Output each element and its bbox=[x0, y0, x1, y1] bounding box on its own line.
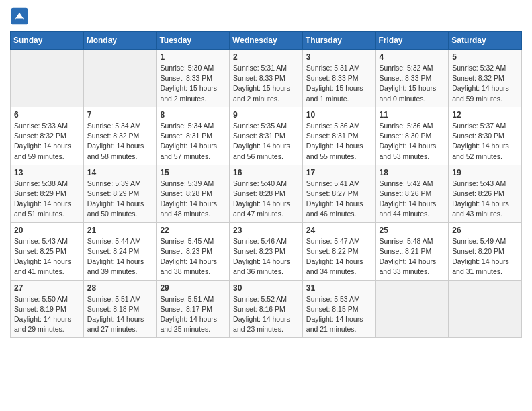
calendar-week-row: 1Sunrise: 5:30 AMSunset: 8:33 PMDaylight… bbox=[11, 50, 522, 107]
calendar-week-row: 13Sunrise: 5:38 AMSunset: 8:29 PMDayligh… bbox=[11, 165, 522, 222]
day-number: 20 bbox=[14, 226, 80, 235]
day-number: 27 bbox=[14, 283, 80, 293]
logo-icon bbox=[10, 7, 29, 26]
day-info: Sunrise: 5:46 AMSunset: 8:23 PMDaylight:… bbox=[233, 236, 299, 277]
day-info: Sunrise: 5:42 AMSunset: 8:26 PMDaylight:… bbox=[380, 179, 445, 220]
day-info: Sunrise: 5:41 AMSunset: 8:27 PMDaylight:… bbox=[306, 179, 372, 220]
day-number: 17 bbox=[306, 168, 372, 177]
calendar-cell bbox=[83, 50, 157, 107]
calendar-cell: 8Sunrise: 5:34 AMSunset: 8:31 PMDaylight… bbox=[157, 107, 230, 165]
day-info: Sunrise: 5:35 AMSunset: 8:31 PMDaylight:… bbox=[233, 121, 299, 162]
calendar-cell bbox=[449, 280, 522, 338]
day-info: Sunrise: 5:36 AMSunset: 8:31 PMDaylight:… bbox=[306, 121, 372, 162]
day-number: 30 bbox=[233, 283, 299, 293]
calendar-cell: 30Sunrise: 5:52 AMSunset: 8:16 PMDayligh… bbox=[230, 280, 303, 338]
day-info: Sunrise: 5:38 AMSunset: 8:29 PMDaylight:… bbox=[14, 179, 80, 220]
day-number: 26 bbox=[452, 226, 518, 235]
day-info: Sunrise: 5:49 AMSunset: 8:20 PMDaylight:… bbox=[452, 236, 518, 277]
day-info: Sunrise: 5:32 AMSunset: 8:32 PMDaylight:… bbox=[452, 63, 518, 104]
calendar-cell: 18Sunrise: 5:42 AMSunset: 8:26 PMDayligh… bbox=[375, 165, 449, 222]
weekday-header-tuesday: Tuesday bbox=[157, 32, 230, 50]
day-number: 24 bbox=[306, 226, 372, 235]
calendar-cell: 14Sunrise: 5:39 AMSunset: 8:29 PMDayligh… bbox=[83, 165, 157, 222]
day-info: Sunrise: 5:47 AMSunset: 8:22 PMDaylight:… bbox=[306, 236, 372, 277]
day-number: 11 bbox=[380, 110, 445, 120]
calendar-cell: 9Sunrise: 5:35 AMSunset: 8:31 PMDaylight… bbox=[230, 107, 303, 165]
calendar-week-row: 27Sunrise: 5:50 AMSunset: 8:19 PMDayligh… bbox=[11, 280, 522, 338]
weekday-header-wednesday: Wednesday bbox=[230, 32, 303, 50]
calendar-cell: 28Sunrise: 5:51 AMSunset: 8:18 PMDayligh… bbox=[83, 280, 157, 338]
day-info: Sunrise: 5:31 AMSunset: 8:33 PMDaylight:… bbox=[306, 63, 372, 104]
calendar-cell: 7Sunrise: 5:34 AMSunset: 8:32 PMDaylight… bbox=[83, 107, 157, 165]
day-info: Sunrise: 5:48 AMSunset: 8:21 PMDaylight:… bbox=[380, 236, 445, 277]
calendar-cell: 23Sunrise: 5:46 AMSunset: 8:23 PMDayligh… bbox=[230, 222, 303, 280]
day-number: 8 bbox=[160, 110, 226, 120]
day-info: Sunrise: 5:32 AMSunset: 8:33 PMDaylight:… bbox=[380, 63, 445, 104]
calendar-cell bbox=[11, 50, 84, 107]
day-info: Sunrise: 5:51 AMSunset: 8:18 PMDaylight:… bbox=[87, 294, 153, 335]
day-number: 14 bbox=[87, 168, 153, 177]
weekday-header-thursday: Thursday bbox=[302, 32, 375, 50]
day-info: Sunrise: 5:39 AMSunset: 8:29 PMDaylight:… bbox=[87, 179, 153, 220]
calendar-cell: 4Sunrise: 5:32 AMSunset: 8:33 PMDaylight… bbox=[375, 50, 449, 107]
weekday-header-sunday: Sunday bbox=[11, 32, 84, 50]
day-number: 2 bbox=[233, 52, 299, 62]
day-number: 13 bbox=[14, 168, 80, 177]
calendar-cell: 26Sunrise: 5:49 AMSunset: 8:20 PMDayligh… bbox=[449, 222, 522, 280]
day-info: Sunrise: 5:33 AMSunset: 8:32 PMDaylight:… bbox=[14, 121, 80, 162]
calendar-cell: 20Sunrise: 5:43 AMSunset: 8:25 PMDayligh… bbox=[11, 222, 84, 280]
weekday-header-monday: Monday bbox=[83, 32, 157, 50]
calendar-cell: 21Sunrise: 5:44 AMSunset: 8:24 PMDayligh… bbox=[83, 222, 157, 280]
day-number: 22 bbox=[160, 226, 226, 235]
calendar-cell: 2Sunrise: 5:31 AMSunset: 8:33 PMDaylight… bbox=[230, 50, 303, 107]
day-number: 6 bbox=[14, 110, 80, 120]
day-info: Sunrise: 5:36 AMSunset: 8:30 PMDaylight:… bbox=[380, 121, 445, 162]
weekday-header-saturday: Saturday bbox=[449, 32, 522, 50]
day-number: 23 bbox=[233, 226, 299, 235]
day-number: 1 bbox=[160, 52, 226, 62]
day-number: 29 bbox=[160, 283, 226, 293]
day-number: 18 bbox=[380, 168, 445, 177]
day-info: Sunrise: 5:34 AMSunset: 8:31 PMDaylight:… bbox=[160, 121, 226, 162]
calendar-header-row: SundayMondayTuesdayWednesdayThursdayFrid… bbox=[11, 32, 522, 50]
calendar-cell: 11Sunrise: 5:36 AMSunset: 8:30 PMDayligh… bbox=[375, 107, 449, 165]
calendar-cell: 25Sunrise: 5:48 AMSunset: 8:21 PMDayligh… bbox=[375, 222, 449, 280]
calendar-week-row: 6Sunrise: 5:33 AMSunset: 8:32 PMDaylight… bbox=[11, 107, 522, 165]
day-info: Sunrise: 5:30 AMSunset: 8:33 PMDaylight:… bbox=[160, 63, 226, 104]
calendar-cell: 19Sunrise: 5:43 AMSunset: 8:26 PMDayligh… bbox=[449, 165, 522, 222]
calendar-cell: 3Sunrise: 5:31 AMSunset: 8:33 PMDaylight… bbox=[302, 50, 375, 107]
calendar-cell: 15Sunrise: 5:39 AMSunset: 8:28 PMDayligh… bbox=[157, 165, 230, 222]
day-info: Sunrise: 5:45 AMSunset: 8:23 PMDaylight:… bbox=[160, 236, 226, 277]
calendar-week-row: 20Sunrise: 5:43 AMSunset: 8:25 PMDayligh… bbox=[11, 222, 522, 280]
day-number: 3 bbox=[306, 52, 372, 62]
day-info: Sunrise: 5:43 AMSunset: 8:25 PMDaylight:… bbox=[14, 236, 80, 277]
day-info: Sunrise: 5:50 AMSunset: 8:19 PMDaylight:… bbox=[14, 294, 80, 335]
day-number: 21 bbox=[87, 226, 153, 235]
day-info: Sunrise: 5:52 AMSunset: 8:16 PMDaylight:… bbox=[233, 294, 299, 335]
day-info: Sunrise: 5:44 AMSunset: 8:24 PMDaylight:… bbox=[87, 236, 153, 277]
day-number: 7 bbox=[87, 110, 153, 120]
calendar-cell: 22Sunrise: 5:45 AMSunset: 8:23 PMDayligh… bbox=[157, 222, 230, 280]
day-info: Sunrise: 5:40 AMSunset: 8:28 PMDaylight:… bbox=[233, 179, 299, 220]
day-number: 4 bbox=[380, 52, 445, 62]
calendar-cell: 10Sunrise: 5:36 AMSunset: 8:31 PMDayligh… bbox=[302, 107, 375, 165]
day-number: 5 bbox=[452, 52, 518, 62]
day-number: 15 bbox=[160, 168, 226, 177]
day-number: 16 bbox=[233, 168, 299, 177]
day-number: 19 bbox=[452, 168, 518, 177]
day-number: 25 bbox=[380, 226, 445, 235]
day-info: Sunrise: 5:53 AMSunset: 8:15 PMDaylight:… bbox=[306, 294, 372, 335]
calendar-cell: 17Sunrise: 5:41 AMSunset: 8:27 PMDayligh… bbox=[302, 165, 375, 222]
day-number: 10 bbox=[306, 110, 372, 120]
page-header bbox=[10, 7, 522, 26]
calendar-cell: 12Sunrise: 5:37 AMSunset: 8:30 PMDayligh… bbox=[449, 107, 522, 165]
calendar-cell bbox=[375, 280, 449, 338]
day-info: Sunrise: 5:51 AMSunset: 8:17 PMDaylight:… bbox=[160, 294, 226, 335]
logo bbox=[10, 7, 32, 26]
calendar-cell: 1Sunrise: 5:30 AMSunset: 8:33 PMDaylight… bbox=[157, 50, 230, 107]
day-info: Sunrise: 5:37 AMSunset: 8:30 PMDaylight:… bbox=[452, 121, 518, 162]
day-number: 9 bbox=[233, 110, 299, 120]
day-number: 31 bbox=[306, 283, 372, 293]
day-info: Sunrise: 5:39 AMSunset: 8:28 PMDaylight:… bbox=[160, 179, 226, 220]
day-info: Sunrise: 5:34 AMSunset: 8:32 PMDaylight:… bbox=[87, 121, 153, 162]
